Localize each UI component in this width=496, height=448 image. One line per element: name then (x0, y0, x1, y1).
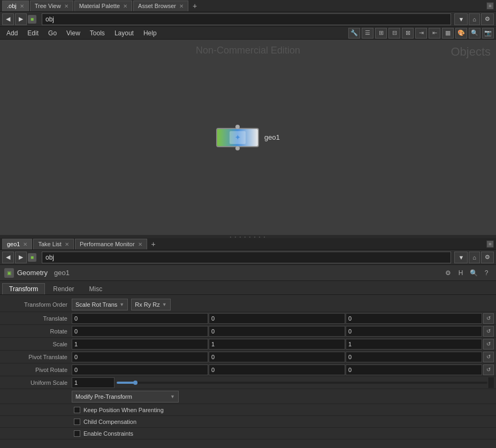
wrench-icon-btn[interactable]: 🔧 (348, 28, 360, 39)
transform-order-dropdown2[interactable]: Rx Ry Rz ▼ (131, 299, 170, 310)
tab-obj-close[interactable]: ✕ (20, 3, 24, 9)
tab-takelist[interactable]: Take List ✕ (33, 239, 73, 249)
tab-geo1-close[interactable]: ✕ (23, 241, 27, 247)
list-icon-btn[interactable]: ☰ (362, 28, 373, 39)
props-help-icon[interactable]: ? (481, 268, 492, 278)
transform-order-label: Transform Order (2, 301, 72, 308)
pivot-translate-action-btn[interactable]: ↺ (483, 352, 494, 362)
child-compensation-checkbox[interactable] (74, 419, 80, 425)
transform-order-option2: Rx Ry Rz (135, 301, 159, 308)
add-bottom-tab-button[interactable]: + (148, 239, 159, 249)
tab-materialpalette[interactable]: Material Palette ✕ (74, 1, 132, 11)
translate-z-field[interactable]: 0 (346, 313, 482, 324)
props-tab-render[interactable]: Render (46, 283, 81, 294)
forward-button[interactable]: ▶ (15, 13, 27, 25)
modify-pretransform-label: Modify Pre-Transform (75, 393, 132, 400)
bottom-forward-button[interactable]: ▶ (15, 252, 27, 263)
enable-constraints-checkbox[interactable] (74, 430, 80, 437)
uniform-scale-container: 1 (72, 377, 489, 388)
modify-pretransform-dropdown[interactable]: Modify Pre-Transform ▼ (72, 391, 179, 403)
translate-y-field[interactable]: 0 (209, 313, 345, 324)
display-icon-btn[interactable]: ▦ (442, 28, 454, 39)
pivot-rotate-x-field[interactable]: 0 (72, 365, 208, 375)
pivot-translate-y-field[interactable]: 0 (209, 352, 345, 362)
settings-button[interactable]: ⚙ (481, 13, 494, 25)
export-icon-btn[interactable]: ⇥ (415, 28, 427, 39)
import-icon-btn[interactable]: ⇤ (429, 28, 440, 39)
rotate-y-field[interactable]: 0 (209, 326, 345, 337)
menu-view[interactable]: View (62, 28, 85, 38)
window-controls: ≡ (486, 2, 494, 10)
props-tab-misc[interactable]: Misc (82, 283, 110, 294)
bottom-back-button[interactable]: ◀ (2, 252, 14, 263)
menu-add[interactable]: Add (2, 28, 22, 38)
props-bookmark-icon[interactable]: H (455, 268, 466, 278)
viewport[interactable]: Non-Commercial Edition Objects ✦ geo1 (0, 40, 496, 235)
grid2-icon-btn[interactable]: ⊟ (388, 28, 400, 39)
scale-z-field[interactable]: 1 (346, 339, 482, 350)
menu-layout[interactable]: Layout (110, 28, 138, 38)
pivot-translate-z-field[interactable]: 0 (346, 352, 482, 362)
rotate-action-btn[interactable]: ↺ (483, 326, 494, 337)
scale-x-field[interactable]: 1 (72, 339, 208, 350)
props-gear-icon[interactable]: ⚙ (442, 268, 453, 278)
palette-icon-btn[interactable]: 🎨 (455, 28, 467, 39)
scale-action-btn[interactable]: ↺ (483, 339, 494, 350)
tab-perfmonitor[interactable]: Performance Monitor ✕ (75, 239, 147, 249)
modify-pretransform-arrow-icon: ▼ (170, 394, 175, 399)
scale-y-field[interactable]: 1 (209, 339, 345, 350)
uniform-scale-field[interactable]: 1 (72, 377, 115, 388)
geo-node[interactable]: ✦ (216, 128, 259, 147)
add-tab-button[interactable]: + (189, 1, 200, 11)
tab-assetbrowser-close[interactable]: ✕ (179, 3, 184, 9)
top-tab-bar: .obj ✕ Tree View ✕ Material Palette ✕ As… (0, 0, 496, 12)
bottom-settings-button[interactable]: ⚙ (481, 252, 494, 263)
uniform-scale-slider[interactable] (117, 382, 487, 384)
transform-order-dropdown1[interactable]: Scale Rot Trans ▼ (72, 299, 128, 310)
pivot-translate-x-field[interactable]: 0 (72, 352, 208, 362)
tab-perfmonitor-close[interactable]: ✕ (138, 241, 142, 247)
camera-icon-btn[interactable]: 📷 (482, 28, 494, 39)
tab-perfmonitor-label: Performance Monitor (80, 241, 135, 247)
bottom-path-text: obj (45, 254, 54, 261)
props-search-icon[interactable]: 🔍 (468, 268, 479, 278)
window-menu-btn[interactable]: ≡ (486, 2, 494, 10)
translate-x-field[interactable]: 0 (72, 313, 208, 324)
tab-materialpalette-close[interactable]: ✕ (123, 3, 127, 9)
scrollbar-right[interactable] (489, 377, 494, 388)
pivot-rotate-z-field[interactable]: 0 (346, 365, 482, 375)
path-dropdown[interactable]: ▼ (454, 13, 468, 25)
menu-tools[interactable]: Tools (86, 28, 109, 38)
grid-icon-btn[interactable]: ⊞ (375, 28, 387, 39)
home-button[interactable]: ⌂ (469, 13, 480, 25)
back-button[interactable]: ◀ (2, 13, 14, 25)
grid3-icon-btn[interactable]: ⊠ (402, 28, 414, 39)
bottom-home-button[interactable]: ⌂ (469, 252, 480, 263)
node-label: geo1 (264, 133, 280, 141)
rotate-x-field[interactable]: 0 (72, 326, 208, 337)
pivot-rotate-y-field[interactable]: 0 (209, 365, 345, 375)
tab-obj[interactable]: .obj ✕ (2, 1, 29, 11)
tab-geo1[interactable]: geo1 ✕ (2, 239, 32, 249)
tab-treeview[interactable]: Tree View ✕ (30, 1, 73, 11)
geometry-icon: ▣ (4, 268, 14, 278)
tab-assetbrowser[interactable]: Asset Browser ✕ (133, 1, 188, 11)
search-icon-btn[interactable]: 🔍 (469, 28, 480, 39)
translate-action-btn[interactable]: ↺ (483, 313, 494, 324)
path-bar[interactable]: obj (42, 13, 451, 25)
menu-edit[interactable]: Edit (23, 28, 43, 38)
pivot-rotate-action-btn[interactable]: ↺ (483, 365, 494, 375)
tab-takelist-close[interactable]: ✕ (65, 241, 69, 247)
enable-constraints-label: Enable Constraints (83, 430, 133, 437)
props-tab-transform[interactable]: Transform (2, 283, 45, 294)
keep-position-checkbox[interactable] (74, 407, 80, 413)
rotate-z-field[interactable]: 0 (346, 326, 482, 337)
bottom-window-btn[interactable]: ≡ (486, 240, 494, 248)
uniform-scale-label: Uniform Scale (2, 379, 72, 386)
menu-go[interactable]: Go (44, 28, 61, 38)
scale-fields: 1 1 1 (72, 339, 482, 350)
bottom-path-bar[interactable]: obj (42, 252, 451, 263)
bottom-path-dropdown[interactable]: ▼ (454, 252, 468, 263)
tab-treeview-close[interactable]: ✕ (64, 3, 68, 9)
menu-help[interactable]: Help (139, 28, 161, 38)
